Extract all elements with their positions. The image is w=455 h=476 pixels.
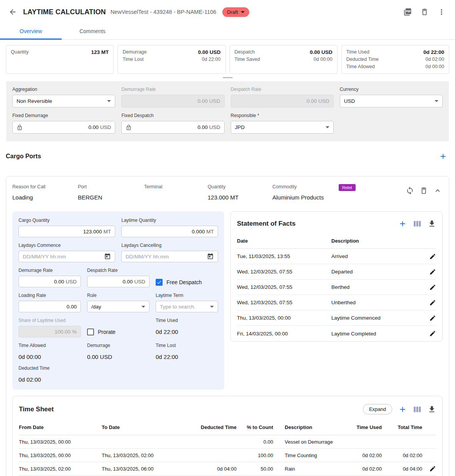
- edit-sof-row-button[interactable]: [424, 329, 436, 339]
- port-demurrage-rate-label: Demurrage Rate: [18, 268, 81, 273]
- sof-date: Wed, 12/03/2025, 07:55: [237, 300, 331, 305]
- edit-sof-row-button[interactable]: [424, 313, 436, 323]
- share-of-laytime-value: 100.00: [55, 329, 71, 335]
- commodity-value: Aluminium Products: [272, 194, 339, 201]
- plus-icon: [398, 220, 407, 228]
- pencil-icon: [429, 465, 436, 472]
- port-despatch-rate-input[interactable]: 0.00 USD: [87, 276, 149, 287]
- sof-row: Fri, 14/03/2025, 00:00 Laytime Completed: [237, 326, 436, 341]
- ts-pct: 50.00: [237, 466, 273, 472]
- add-timesheet-row-button[interactable]: [398, 405, 407, 414]
- recalculate-button[interactable]: [406, 186, 414, 195]
- back-button[interactable]: [6, 5, 19, 18]
- aggregation-value: Non Reversible: [17, 98, 52, 104]
- laytime-term-select[interactable]: Type to search.: [156, 301, 218, 312]
- ts-total: 0d 04:00: [382, 466, 422, 472]
- calc-time-used: Time Used 0d 22:00: [156, 318, 218, 337]
- timesheet-row: Thu, 13/03/2025, 00:00 Thu, 13/03/2025, …: [19, 449, 436, 462]
- timesheet-row: Thu, 13/03/2025, 00:00 0.00 Vessel on De…: [19, 435, 436, 449]
- add-sof-row-button[interactable]: [398, 220, 407, 228]
- edit-sof-row-button[interactable]: [424, 282, 436, 292]
- ts-col-pct: % to Count: [237, 424, 273, 430]
- laydays-commence-input[interactable]: DD/MM/YY hh:mm: [18, 251, 115, 262]
- loading-rate-input[interactable]: 0.00: [18, 301, 81, 312]
- pencil-icon: [429, 253, 436, 260]
- calc-time-lost: Time Lost 0d 22:00: [156, 343, 218, 360]
- port-despatch-rate-unit: USD: [134, 279, 145, 285]
- calc-deducted-time-label: Deducted Time: [18, 365, 81, 371]
- prorate-checkbox[interactable]: [87, 329, 94, 335]
- free-despatch-checkbox[interactable]: [156, 279, 163, 286]
- timesheet-title: Time Sheet: [19, 406, 54, 413]
- status-badge[interactable]: Draft: [222, 7, 249, 17]
- laydays-commence-field: Laydays Commence DD/MM/YY hh:mm: [18, 243, 115, 262]
- expand-button[interactable]: Expand: [363, 404, 392, 414]
- cargo-quantity-input[interactable]: 123.000 MT: [18, 226, 115, 237]
- edit-sof-row-button[interactable]: [424, 267, 436, 277]
- tab-overview[interactable]: Overview: [0, 24, 62, 39]
- port-demurrage-rate-field: Demurrage Rate 0.00 USD: [18, 268, 81, 287]
- share-of-laytime-label: Share of Laytime Used: [18, 318, 81, 323]
- time-lost-value: 0d 22:00: [202, 56, 221, 63]
- fixed-despatch-input[interactable]: 0.00 USD: [121, 121, 224, 134]
- responsible-field: Responsible * JPD: [231, 113, 334, 134]
- demurrage-rate-unit: USD: [209, 98, 220, 104]
- collapse-port-button[interactable]: [433, 186, 442, 195]
- responsible-select[interactable]: JPD: [231, 121, 334, 134]
- share-of-laytime-unit: %: [72, 329, 77, 335]
- delete-port-button[interactable]: [420, 186, 428, 195]
- fixed-demurrage-input[interactable]: 0.00 USD: [12, 121, 115, 134]
- edit-timesheet-row-button[interactable]: [422, 464, 436, 474]
- demurrage-label: Demurrage: [123, 49, 147, 56]
- calc-time-allowed: Time Allowed 0d 00:00: [18, 343, 81, 360]
- currency-select[interactable]: USD: [340, 95, 443, 107]
- more-menu-button[interactable]: [435, 5, 448, 18]
- fixed-despatch-label: Fixed Despatch: [121, 113, 224, 118]
- prorate-label: Prorate: [98, 329, 116, 335]
- calendar-icon[interactable]: [104, 253, 111, 260]
- port-despatch-rate-field: Despatch Rate 0.00 USD: [87, 268, 149, 287]
- ts-to: Thu, 13/03/2025, 02:00: [102, 453, 190, 458]
- pdf-icon: [403, 8, 412, 16]
- edit-sof-row-button[interactable]: [424, 298, 436, 308]
- sof-col-description: Description: [331, 238, 424, 244]
- port-demurrage-rate-input[interactable]: 0.00 USD: [18, 276, 81, 287]
- rule-select[interactable]: /day: [87, 301, 149, 312]
- page-title: LAYTIME CALCULATION: [23, 8, 106, 16]
- laydays-cancelling-field: Laydays Cancelling DD/MM/YY hh:mm: [121, 243, 218, 262]
- fixed-despatch-unit: USD: [209, 124, 220, 130]
- cargo-quantity-value: 123.000: [83, 229, 102, 235]
- calendar-icon[interactable]: [207, 253, 214, 260]
- resize-handle[interactable]: [223, 77, 233, 78]
- laydays-cancelling-input[interactable]: DD/MM/YY hh:mm: [121, 251, 218, 262]
- timesheet-download-button[interactable]: [428, 405, 436, 414]
- port-despatch-rate-label: Despatch Rate: [87, 268, 149, 273]
- laytime-quantity-input[interactable]: 0.000 MT: [121, 226, 218, 237]
- kebab-menu-icon: [437, 8, 446, 16]
- port-label: Port: [78, 184, 144, 189]
- sof-columns-button[interactable]: [413, 220, 421, 228]
- laytime-quantity-value: 0.000: [192, 229, 205, 235]
- tab-comments[interactable]: Comments: [62, 24, 123, 39]
- edit-sof-row-button[interactable]: [424, 251, 436, 261]
- time-used-card: Time Used 0d 22:00 Deducted Time 0d 02:0…: [341, 45, 449, 74]
- tab-bar: Overview Comments: [0, 24, 455, 40]
- trash-icon: [420, 8, 429, 16]
- delete-button[interactable]: [418, 5, 431, 18]
- terminal-label: Terminal: [144, 184, 208, 189]
- sync-icon: [406, 186, 414, 195]
- ts-total: 0d 02:00: [382, 453, 422, 458]
- aggregation-select[interactable]: Non Reversible: [12, 95, 115, 107]
- demurrage-rate-field: Demurrage Rate 0.00 USD: [121, 87, 224, 107]
- cargo-quantity-label: Cargo Quantity: [18, 218, 115, 223]
- commodity-col: Commodity Aluminium Products: [272, 184, 339, 201]
- ts-deducted: 0d 04:00: [190, 466, 237, 472]
- sof-download-button[interactable]: [428, 220, 436, 228]
- relet-badge: Relet: [339, 184, 356, 191]
- fixed-demurrage-unit: USD: [100, 124, 111, 130]
- pdf-export-button[interactable]: [401, 5, 414, 18]
- calc-demurrage: Demurrage 0.00 USD: [87, 343, 149, 360]
- add-port-button[interactable]: [439, 152, 447, 161]
- lock-icon: [17, 124, 23, 131]
- timesheet-columns-button[interactable]: [413, 405, 421, 414]
